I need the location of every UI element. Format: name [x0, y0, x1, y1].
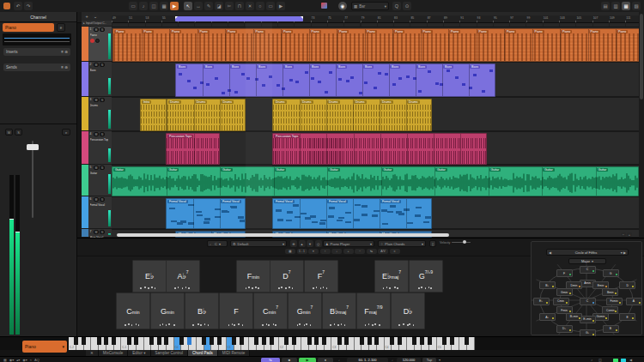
transport-position[interactable]: 60. 1. 2.100: [347, 358, 388, 362]
black-key[interactable]: [134, 337, 138, 345]
media-2-icon[interactable]: ◫: [149, 2, 158, 10]
root-key-dropdown[interactable]: ♩ C ▾: [207, 240, 228, 247]
app-logo-icon[interactable]: [3, 3, 10, 9]
tool-2-icon[interactable]: ✎: [204, 2, 213, 10]
circle-major-0[interactable]: C: [580, 266, 596, 274]
chord-pad-D7[interactable]: D7: [270, 260, 304, 293]
black-key[interactable]: [314, 337, 319, 345]
black-key[interactable]: [254, 337, 258, 345]
tab-sampler-control[interactable]: Sampler Control: [151, 350, 189, 356]
tool-7-icon[interactable]: ○: [256, 2, 264, 10]
chord-pad-A7[interactable]: A♭7: [166, 260, 200, 293]
tab-midi-remote[interactable]: MIDI Remote: [218, 350, 251, 356]
black-key[interactable]: [217, 337, 222, 345]
circle-mode-dropdown[interactable]: Major▾: [568, 258, 606, 264]
tool-9-icon[interactable]: ▶: [276, 2, 285, 10]
black-key[interactable]: [374, 337, 379, 345]
circle-type-dropdown[interactable]: ◀Circle of Fifths▾ ▶: [546, 249, 629, 256]
transport-left-icon-1[interactable]: ◉▾: [9, 358, 15, 362]
preset-icon-3[interactable]: ⎙: [315, 240, 322, 247]
media-0-icon[interactable]: ▭: [129, 2, 137, 10]
circle-major-3[interactable]: A: [626, 298, 642, 305]
track-mute-button[interactable]: M: [94, 197, 99, 202]
velocity-slider[interactable]: Velocity: [440, 241, 471, 244]
pads-option-icon-6[interactable]: −: [355, 249, 365, 254]
track-solo-button[interactable]: S: [100, 63, 105, 67]
circle-major-8[interactable]: A♭: [539, 313, 556, 321]
zone-3-icon[interactable]: ▧: [632, 2, 641, 10]
clip[interactable]: GuitarGuitarGuitarGuitarGuitarGuitarGuit…: [112, 166, 639, 196]
clip[interactable]: Femal VocalFemal VocalFemal Vocal: [272, 198, 432, 229]
add-track-icon[interactable]: +: [83, 13, 90, 20]
circle-major-2[interactable]: D: [619, 281, 635, 289]
black-key[interactable]: [74, 337, 78, 345]
track-header[interactable]: 1MSPiano: [82, 27, 112, 62]
chord-pad-B[interactable]: B♭: [185, 293, 219, 329]
pads-option-icon-1[interactable]: 1 - 1: [297, 249, 307, 254]
horizontal-scrollbar[interactable]: [117, 233, 449, 238]
channel-e-button[interactable]: e: [62, 129, 70, 136]
black-key[interactable]: [337, 337, 342, 345]
preset-icon-0[interactable]: ⊕: [290, 240, 297, 247]
tempo-mode-dropdown[interactable]: ▾: [439, 358, 440, 362]
black-key[interactable]: [104, 337, 108, 345]
chord-pad-Emaj7[interactable]: E♭maj7: [374, 260, 409, 293]
record-button[interactable]: ●: [318, 358, 333, 362]
circle-minor-2[interactable]: Bmin: [602, 288, 618, 296]
black-key[interactable]: [292, 337, 296, 345]
vertical-scrollbar[interactable]: [639, 12, 644, 238]
cycle-end-handle[interactable]: [301, 16, 303, 19]
black-key[interactable]: [97, 337, 101, 345]
piano-keyboard[interactable]: C-2C-1C0C1C2C3C4C5: [69, 337, 475, 351]
zoom-out-icon[interactable]: −: [621, 232, 626, 237]
black-key[interactable]: [179, 337, 184, 345]
chord-pad-F7[interactable]: F7: [304, 260, 338, 293]
black-key[interactable]: [465, 337, 469, 345]
channel-fader-track[interactable]: [32, 141, 33, 218]
tool-5-icon[interactable]: ⊓: [235, 2, 244, 10]
tool-0-icon[interactable]: ↖: [184, 2, 192, 10]
circle-center-key[interactable]: C: [580, 298, 596, 305]
black-key[interactable]: [428, 337, 432, 345]
chord-pad-Gmin7[interactable]: Gmin7: [288, 293, 322, 329]
circle-minor-9[interactable]: Cmin: [553, 298, 569, 305]
chord-pad-Gmin[interactable]: Gmin: [150, 293, 185, 329]
black-key[interactable]: [149, 337, 154, 345]
chord-pad-Fmaj79[interactable]: Fmaj7/9: [356, 293, 391, 329]
circle-major-9[interactable]: E♭: [533, 298, 550, 305]
black-key[interactable]: [157, 337, 161, 345]
preset-icon-1[interactable]: ▲: [299, 240, 306, 247]
black-key[interactable]: [127, 337, 131, 345]
pads-output-track[interactable]: Piano▾: [22, 341, 67, 353]
black-key[interactable]: [270, 337, 274, 345]
black-key[interactable]: [82, 337, 86, 345]
chord-pad-Cmin[interactable]: Cmin: [116, 293, 150, 329]
channel-mute-button[interactable]: M: [5, 129, 13, 136]
tool-3-icon[interactable]: ◪: [215, 2, 223, 10]
voicing-mode-dropdown[interactable]: ⁘ Plain Chords▾: [378, 240, 426, 247]
pads-option-icon-5[interactable]: +: [343, 249, 354, 254]
close-lower-zone-icon[interactable]: ✕: [86, 350, 99, 356]
transport-left-icon-2[interactable]: ▴▾: [16, 358, 20, 362]
black-key[interactable]: [442, 337, 447, 345]
track-mute-button[interactable]: M: [94, 63, 99, 67]
black-key[interactable]: [187, 337, 191, 345]
black-key[interactable]: [398, 337, 402, 345]
cycle-button[interactable]: ⇆: [261, 358, 280, 362]
black-key[interactable]: [202, 337, 206, 345]
channel-track-name[interactable]: Piano: [3, 23, 54, 32]
chord-pad-Cmin7[interactable]: Cmin7: [253, 293, 288, 329]
transport-left-icon-4[interactable]: ≈: [30, 358, 32, 362]
tool-1-icon[interactable]: ↔: [194, 2, 203, 10]
track-header[interactable]: 3MSDrums: [82, 97, 112, 131]
monitor-button[interactable]: [95, 39, 100, 43]
black-key[interactable]: [322, 337, 326, 345]
track-header[interactable]: 6MSFemal Vocal: [82, 196, 112, 229]
black-key[interactable]: [412, 337, 416, 345]
clip[interactable]: PianoPianoPianoPianoPianoPianoPianoPiano…: [112, 28, 639, 62]
pads-option-icon-9[interactable]: ⌗: [390, 249, 400, 254]
black-key[interactable]: [344, 337, 349, 345]
clip[interactable]: Percussion Tops: [166, 133, 220, 165]
black-key[interactable]: [112, 337, 116, 345]
circle-major-11[interactable]: F: [556, 269, 573, 277]
